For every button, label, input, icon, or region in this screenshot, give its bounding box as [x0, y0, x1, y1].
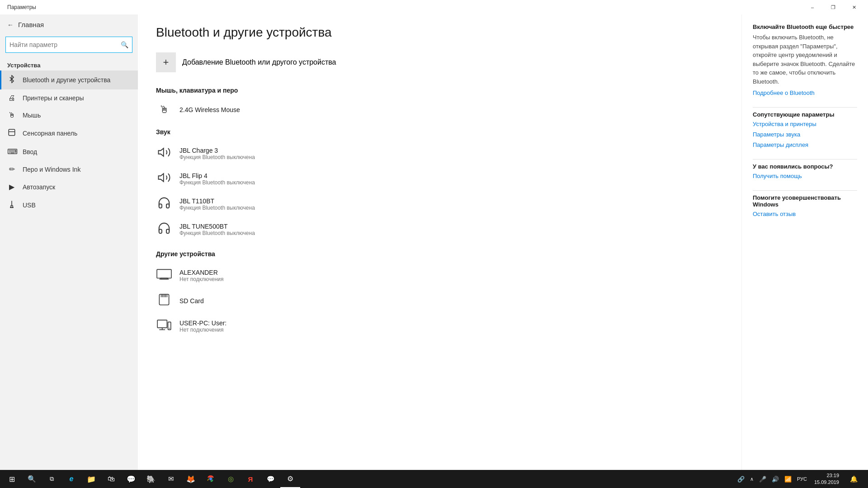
help-title: У вас появились вопросы?: [753, 163, 857, 170]
main-content: Bluetooth и другие устройства + Добавлен…: [138, 14, 741, 470]
taskbar-chrome[interactable]: [201, 470, 221, 488]
sidebar-item-input[interactable]: ⌨ Ввод: [0, 143, 138, 160]
device-status-t110bt: Функция Bluetooth выключена: [179, 205, 255, 211]
close-button[interactable]: ✕: [844, 0, 864, 14]
taskbar-right: 🔗 ∧ 🎤 🔊 📶 РУС 23:19 15.09.2019 🔔: [736, 470, 866, 488]
taskbar-settings[interactable]: ⚙: [280, 470, 300, 488]
related-link-display[interactable]: Параметры дисплея: [753, 141, 857, 148]
minimize-button[interactable]: –: [802, 0, 823, 14]
sidebar-section-label: Устройства: [0, 58, 138, 70]
device-jbl-tune500bt[interactable]: JBL TUNE500BT Функция Bluetooth выключен…: [156, 218, 723, 241]
device-user-pc[interactable]: USER-PC: User: Нет подключения: [156, 314, 723, 338]
sidebar-item-autoplay-label: Автозапуск: [23, 183, 55, 191]
printer-icon: 🖨: [7, 94, 16, 102]
taskbar-apps: ⊞ 🔍 ⧉ e 📁 🛍 💬 🐘 ✉ 🦊 ◎ Я 💬 ⚙: [2, 470, 300, 488]
device-status-flip4: Функция Bluetooth выключена: [179, 179, 255, 186]
sidebar-item-input-label: Ввод: [23, 148, 37, 155]
pen-icon: ✏: [7, 165, 16, 174]
device-status-userpc: Нет подключения: [179, 327, 226, 333]
help-link[interactable]: Получить помощь: [753, 173, 857, 179]
device-status-charge3: Функция Bluetooth выключена: [179, 154, 255, 160]
sidebar-item-bluetooth[interactable]: Bluetooth и другие устройства: [0, 70, 138, 89]
taskbar-yandex[interactable]: Я: [241, 470, 260, 488]
sidebar-item-pen[interactable]: ✏ Перо и Windows Ink: [0, 160, 138, 178]
taskbar-sysicon-wifi[interactable]: 📶: [783, 475, 793, 483]
sidebar-item-usb[interactable]: USB: [0, 196, 138, 215]
mouse-device-icon: 🖱: [156, 104, 172, 116]
svg-rect-0: [9, 129, 15, 136]
search-icon-button[interactable]: 🔍: [121, 41, 128, 48]
device-sdcard[interactable]: SD Card: [156, 289, 723, 313]
tip-text: Чтобы включить Bluetooth, не открывая ра…: [753, 33, 857, 86]
taskbar-firefox[interactable]: 🦊: [181, 470, 201, 488]
taskbar-edge[interactable]: e: [61, 470, 81, 488]
tip-link[interactable]: Подробнее о Bluetooth: [753, 89, 857, 96]
feedback-section: Помогите усовершенствовать Windows Остав…: [753, 194, 857, 217]
taskbar: ⊞ 🔍 ⧉ e 📁 🛍 💬 🐘 ✉ 🦊 ◎ Я 💬 ⚙ 🔗 ∧ 🎤 🔊 📶 РУ…: [0, 470, 868, 488]
svg-marker-2: [159, 148, 164, 156]
right-panel: Включайте Bluetooth еще быстрее Чтобы вк…: [741, 14, 868, 470]
section-sound-heading: Звук: [156, 128, 723, 136]
svg-rect-4: [157, 269, 171, 278]
speaker-icon-charge3: [156, 145, 172, 162]
title-bar: Параметры – ❐ ✕: [0, 0, 868, 14]
taskbar-torrent[interactable]: ◎: [221, 470, 241, 488]
mouse-icon: 🖱: [7, 111, 16, 119]
taskbar-sysicon-chevron[interactable]: ∧: [748, 475, 755, 483]
taskbar-skype-chat[interactable]: 💬: [260, 470, 280, 488]
taskbar-start[interactable]: ⊞: [2, 470, 22, 488]
taskbar-sysicon-network[interactable]: 🔗: [736, 475, 746, 483]
sidebar-item-printers[interactable]: 🖨 Принтеры и сканеры: [0, 89, 138, 107]
taskbar-clock: 23:19 15.09.2019: [811, 472, 843, 486]
device-jbl-flip4[interactable]: JBL Flip 4 Функция Bluetooth выключена: [156, 167, 723, 191]
autoplay-icon: ▶: [7, 183, 16, 191]
sidebar-item-touchpad-label: Сенсорная панель: [23, 130, 77, 137]
other-device-icon-userpc: [156, 318, 172, 334]
device-status-alexander: Нет подключения: [179, 276, 224, 282]
maximize-button[interactable]: ❐: [823, 0, 844, 14]
speaker-icon-flip4: [156, 171, 172, 187]
taskbar-time: 23:19: [814, 472, 839, 479]
search-input[interactable]: [9, 41, 118, 48]
taskbar-taskview[interactable]: ⧉: [42, 470, 61, 488]
feedback-link[interactable]: Оставить отзыв: [753, 211, 857, 217]
taskbar-store[interactable]: 🛍: [101, 470, 121, 488]
taskbar-explorer[interactable]: 📁: [81, 470, 101, 488]
add-icon: +: [156, 52, 176, 72]
device-wireless-mouse[interactable]: 🖱 2.4G Wireless Mouse: [156, 100, 723, 119]
device-name-userpc: USER-PC: User:: [179, 319, 226, 327]
section-sound: Звук JBL Charge 3 Функция Bluetooth выкл…: [156, 128, 723, 241]
related-link-sound[interactable]: Параметры звука: [753, 131, 857, 138]
feedback-title: Помогите усовершенствовать Windows: [753, 194, 857, 208]
related-link-devices[interactable]: Устройства и принтеры: [753, 121, 857, 127]
device-status-tune500bt: Функция Bluetooth выключена: [179, 230, 255, 236]
related-params-title: Сопутствующие параметры: [753, 111, 857, 118]
device-name-tune500bt: JBL TUNE500BT: [179, 223, 255, 230]
add-device-button[interactable]: + Добавление Bluetooth или другого устро…: [156, 49, 723, 76]
taskbar-mail[interactable]: ✉: [161, 470, 181, 488]
bluetooth-icon: [7, 75, 16, 85]
sidebar-item-autoplay[interactable]: ▶ Автозапуск: [0, 178, 138, 196]
device-jbl-charge3[interactable]: JBL Charge 3 Функция Bluetooth выключена: [156, 142, 723, 165]
taskbar-evernote[interactable]: 🐘: [141, 470, 161, 488]
taskbar-wechat[interactable]: 💬: [121, 470, 141, 488]
headphones-icon-tune500bt: [156, 221, 172, 238]
svg-point-18: [209, 478, 212, 480]
help-section: У вас появились вопросы? Получить помощь: [753, 163, 857, 179]
taskbar-notification-button[interactable]: 🔔: [844, 470, 863, 488]
sidebar-item-mouse[interactable]: 🖱 Мышь: [0, 107, 138, 124]
tip-title: Включайте Bluetooth еще быстрее: [753, 23, 857, 30]
taskbar-sysicon-speaker[interactable]: 🔊: [770, 475, 781, 483]
device-alexander[interactable]: ALEXANDER Нет подключения: [156, 264, 723, 287]
other-device-icon-alexander: [156, 267, 172, 284]
page-title: Bluetooth и другие устройства: [156, 25, 723, 40]
taskbar-sysicon-mic[interactable]: 🎤: [757, 475, 768, 483]
back-home-button[interactable]: ← Главная: [0, 14, 138, 35]
home-label: Главная: [18, 21, 44, 28]
section-mouse-keyboard: Мышь, клавиатура и перо 🖱 2.4G Wireless …: [156, 87, 723, 119]
sidebar-item-touchpad[interactable]: Сенсорная панель: [0, 124, 138, 143]
taskbar-lang[interactable]: РУС: [795, 475, 809, 483]
taskbar-search[interactable]: 🔍: [22, 470, 42, 488]
device-jbl-t110bt[interactable]: JBL T110BT Функция Bluetooth выключена: [156, 192, 723, 216]
device-name-alexander: ALEXANDER: [179, 269, 224, 276]
